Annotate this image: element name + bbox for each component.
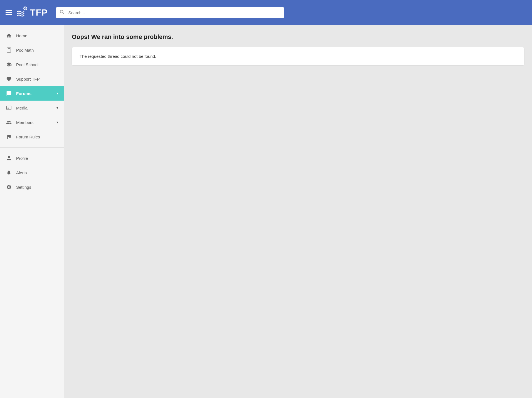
- search-input[interactable]: [56, 7, 284, 18]
- sidebar-item-support-tfp[interactable]: Support TFP: [0, 72, 64, 86]
- forum-icon: [6, 90, 12, 97]
- sidebar-item-media[interactable]: Media ▾: [0, 101, 64, 115]
- svg-rect-5: [8, 48, 10, 49]
- sidebar-item-poolmath[interactable]: PoolMath: [0, 43, 64, 57]
- main-nav: Home PoolMath Pool School: [0, 27, 64, 145]
- header: TFP: [0, 0, 532, 25]
- user-nav: Profile Alerts Settings: [0, 150, 64, 195]
- error-message: The requested thread could not be found.: [80, 54, 516, 59]
- logo-icon: [16, 6, 29, 19]
- gear-icon: [6, 184, 12, 190]
- svg-point-6: [8, 50, 8, 50]
- home-icon: [6, 32, 12, 39]
- members-chevron-icon: ▾: [56, 120, 58, 124]
- svg-line-3: [63, 13, 64, 14]
- sidebar-item-members[interactable]: Members ▾: [0, 115, 64, 130]
- svg-point-11: [10, 51, 10, 51]
- sidebar: Home PoolMath Pool School: [0, 25, 64, 398]
- logo[interactable]: TFP: [16, 6, 48, 19]
- layout: Home PoolMath Pool School: [0, 25, 532, 398]
- sidebar-item-forums[interactable]: Forums ▾: [0, 86, 64, 101]
- members-icon: [6, 119, 12, 126]
- flag-icon: [6, 133, 12, 140]
- media-icon: [6, 105, 12, 111]
- svg-rect-13: [8, 108, 9, 109]
- sidebar-item-profile[interactable]: Profile: [0, 151, 64, 165]
- svg-point-10: [9, 51, 9, 51]
- svg-point-7: [9, 50, 9, 50]
- calculator-icon: [6, 47, 12, 53]
- media-chevron-icon: ▾: [56, 106, 58, 110]
- profile-icon: [6, 155, 12, 161]
- search-bar: [56, 7, 284, 18]
- error-card: The requested thread could not be found.: [72, 47, 524, 65]
- sidebar-item-home[interactable]: Home: [0, 28, 64, 43]
- main-content: Oops! We ran into some problems. The req…: [64, 25, 532, 398]
- search-icon: [60, 10, 64, 15]
- graduation-icon: [6, 61, 12, 68]
- sidebar-item-settings[interactable]: Settings: [0, 180, 64, 194]
- tfp-logo-svg: [16, 6, 29, 19]
- hamburger-button[interactable]: [6, 10, 12, 15]
- logo-text: TFP: [30, 8, 48, 18]
- sidebar-item-pool-school[interactable]: Pool School: [0, 57, 64, 72]
- sidebar-divider: [0, 147, 64, 148]
- svg-point-9: [8, 51, 8, 51]
- sidebar-item-alerts[interactable]: Alerts: [0, 165, 64, 180]
- sidebar-item-forum-rules[interactable]: Forum Rules: [0, 130, 64, 144]
- error-heading: Oops! We ran into some problems.: [72, 33, 524, 41]
- forums-chevron-icon: ▾: [56, 91, 58, 95]
- bell-icon: [6, 169, 12, 176]
- heart-icon: [6, 76, 12, 82]
- svg-point-8: [10, 50, 10, 50]
